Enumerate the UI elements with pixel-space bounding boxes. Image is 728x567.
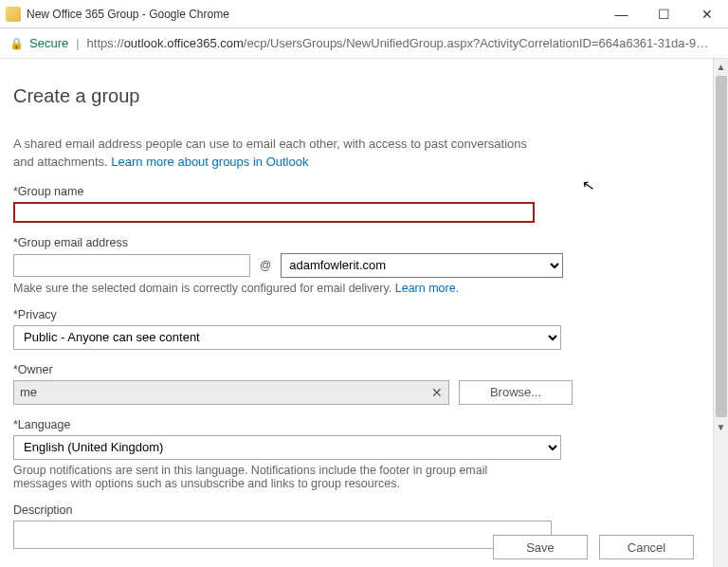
group-email-input[interactable] [13, 254, 250, 277]
language-label: *Language [13, 418, 563, 431]
mouse-cursor-icon: ↖ [580, 175, 595, 195]
window-controls: — ☐ ✕ [600, 0, 728, 28]
group-email-helper: Make sure the selected domain is correct… [13, 282, 563, 295]
intro-learn-more-link[interactable]: Learn more about groups in Outlook [111, 155, 308, 169]
language-section: *Language English (United Kingdom) Group… [13, 418, 563, 490]
description-input[interactable] [13, 521, 552, 549]
description-label: Description [13, 503, 563, 517]
owner-section: *Owner me ✕ Browse... [13, 363, 563, 405]
group-email-helper-text: Make sure the selected domain is correct… [13, 282, 395, 295]
vertical-scrollbar[interactable]: ▲ ▼ [713, 59, 728, 567]
owner-label: *Owner [13, 363, 563, 376]
save-button[interactable]: Save [493, 535, 588, 559]
address-divider: | [76, 36, 79, 50]
form-scroll-region: Create a group A shared email address pe… [0, 59, 713, 567]
group-email-section: *Group email address @ adamfowlerit.com … [13, 236, 563, 295]
content-area: Create a group A shared email address pe… [0, 59, 728, 567]
close-button[interactable]: ✕ [685, 0, 728, 28]
scrollbar-thumb[interactable] [716, 76, 727, 417]
minimize-button[interactable]: — [600, 0, 643, 28]
group-email-label: *Group email address [13, 236, 563, 249]
group-name-label: *Group name [13, 185, 563, 198]
url-text: https://outlook.office365.com/ecp/UsersG… [87, 36, 709, 50]
scroll-up-icon[interactable]: ▲ [714, 59, 728, 74]
language-select[interactable]: English (United Kingdom) [13, 435, 561, 460]
at-symbol: @ [260, 259, 271, 272]
privacy-select[interactable]: Public - Anyone can see content [13, 325, 561, 350]
privacy-section: *Privacy Public - Anyone can see content [13, 308, 563, 350]
url-path: /ecp/UsersGroups/NewUnifiedGroup.aspx?Ac… [244, 36, 708, 50]
footer-actions: Save Cancel [493, 535, 694, 559]
group-email-learn-more-link[interactable]: Learn more. [395, 282, 459, 295]
privacy-label: *Privacy [13, 308, 563, 321]
language-helper: Group notifications are sent in this lan… [13, 464, 544, 490]
page-title: Create a group [13, 85, 696, 107]
secure-label: Secure [29, 36, 68, 50]
address-bar[interactable]: 🔒 Secure | https://outlook.office365.com… [0, 28, 728, 59]
owner-input[interactable]: me ✕ [13, 380, 449, 405]
lock-icon: 🔒 [9, 37, 24, 50]
group-name-section: *Group name [13, 185, 563, 223]
window-title: New Office 365 Group - Google Chrome [27, 8, 600, 21]
owner-browse-button[interactable]: Browse... [459, 380, 573, 405]
cancel-button[interactable]: Cancel [599, 535, 694, 559]
app-icon [6, 7, 21, 22]
owner-clear-icon[interactable]: ✕ [431, 385, 443, 400]
url-host: outlook.office365.com [124, 36, 244, 50]
group-name-input[interactable] [13, 202, 535, 223]
owner-value: me [20, 385, 37, 399]
description-section: Description [13, 503, 563, 549]
scroll-down-icon[interactable]: ▼ [714, 419, 728, 434]
url-scheme: https:// [87, 36, 124, 50]
window-titlebar: New Office 365 Group - Google Chrome — ☐… [0, 0, 728, 28]
intro-text: A shared email address people can use to… [13, 136, 544, 172]
maximize-button[interactable]: ☐ [643, 0, 685, 28]
group-email-domain-select[interactable]: adamfowlerit.com [281, 253, 563, 278]
